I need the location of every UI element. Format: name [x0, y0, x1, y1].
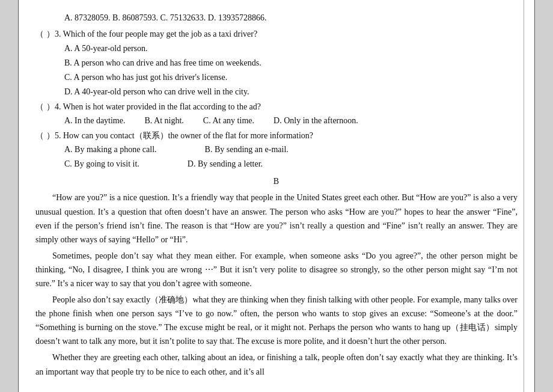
- q4-options: A. In the daytime. B. At night. C. At an…: [64, 114, 518, 127]
- paragraph-1: “How are you?” is a nice question. It’s …: [35, 191, 518, 246]
- q5-options: A. By making a phone call. B. By sending…: [64, 142, 518, 171]
- paragraph-2: Sometimes, people don’t say what they me…: [35, 249, 518, 290]
- q3-optC: C. A person who has just got his driver'…: [64, 70, 518, 84]
- q3-optD: D. A 40-year-old person who can drive we…: [64, 85, 518, 99]
- q5-paren: （: [35, 129, 46, 142]
- q3-optA: A. A 50-year-old person.: [64, 41, 518, 55]
- q3-options: A. A 50-year-old person. B. A person who…: [64, 41, 518, 99]
- question-5-block: （ ）5. How can you contact（联系）the owner o…: [35, 129, 518, 171]
- q5-stem-line: （ ）5. How can you contact（联系）the owner o…: [35, 129, 518, 142]
- q5-optA: A. By making a phone call.: [64, 142, 157, 156]
- question-4-block: （ ）4. When is hot water provided in the …: [35, 100, 518, 127]
- q4-stem-line: （ ）4. When is hot water provided in the …: [35, 100, 518, 114]
- page-container: A. 87328059. B. 86087593. C. 75132633. D…: [18, 0, 535, 392]
- q4-optB: B. At night.: [144, 114, 183, 127]
- q5-stem-text: ）5. How can you contact（联系）the owner of …: [46, 129, 313, 142]
- q4-optA: A. In the daytime.: [64, 114, 125, 127]
- q5-optB: B. By sending an e-mail.: [205, 142, 289, 156]
- paragraph-4: Whether they are greeting each other, ta…: [35, 351, 518, 378]
- phone-numbers-line: A. 87328059. B. 86087593. C. 75132633. D…: [64, 11, 518, 25]
- q3-stem-line: （ ）3. Which of the four people may get t…: [35, 27, 518, 41]
- question-3-block: （ ）3. Which of the four people may get t…: [35, 27, 518, 98]
- q4-paren: （: [35, 100, 46, 114]
- q3-stem-text: ）3. Which of the four people may get the…: [46, 27, 257, 41]
- q3-paren: （: [35, 27, 46, 41]
- section-b-title: B: [35, 174, 518, 188]
- q4-optD: D. Only in the afternoon.: [273, 114, 358, 127]
- content: A. 87328059. B. 86087593. C. 75132633. D…: [35, 11, 518, 378]
- right-margin-bar: [524, 0, 534, 391]
- q3-optB: B. A person who can drive and has free t…: [64, 56, 518, 70]
- q5-optD: D. By sending a letter.: [188, 157, 263, 171]
- q5-optC: C. By going to visit it.: [64, 157, 139, 171]
- paragraph-3: People also don’t say exactly（准确地）what t…: [35, 293, 518, 348]
- q4-optC: C. At any time.: [203, 114, 254, 127]
- phone-numbers-text: A. 87328059. B. 86087593. C. 75132633. D…: [64, 13, 266, 22]
- q4-stem-text: ）4. When is hot water provided in the fl…: [46, 100, 261, 114]
